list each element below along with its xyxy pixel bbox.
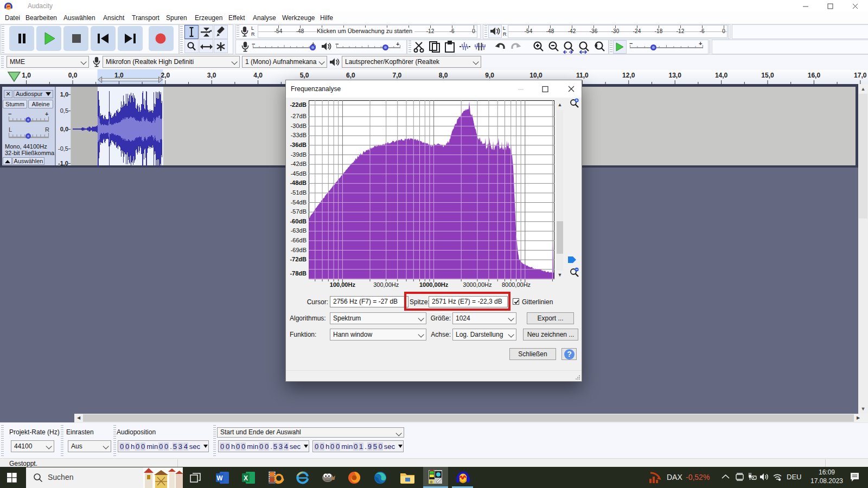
svg-text:X: X bbox=[244, 474, 248, 482]
svg-text:W: W bbox=[216, 474, 223, 482]
